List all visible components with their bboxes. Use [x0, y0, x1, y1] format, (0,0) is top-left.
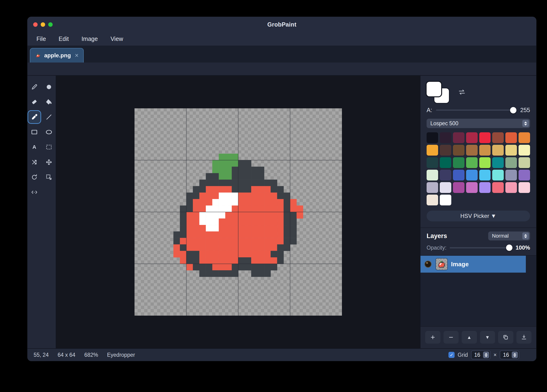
- palette-swatch[interactable]: [466, 182, 478, 193]
- palette-swatch[interactable]: [453, 170, 465, 181]
- palette-swatch[interactable]: [519, 182, 530, 193]
- select-move-tool-button[interactable]: [43, 171, 55, 183]
- palette-swatch[interactable]: [466, 145, 478, 155]
- grid-width-stepper[interactable]: 16: [471, 350, 491, 359]
- pencil-tool-button[interactable]: [28, 81, 41, 93]
- palette-swatch[interactable]: [505, 145, 517, 155]
- palette-swatch[interactable]: [440, 145, 451, 155]
- palette-swatch[interactable]: [453, 182, 465, 193]
- grid-checkbox[interactable]: ✓: [448, 352, 455, 358]
- palette-swatch[interactable]: [492, 182, 504, 193]
- layer-visibility-icon[interactable]: [424, 260, 432, 268]
- primary-color-swatch[interactable]: [427, 82, 441, 96]
- palette-swatch[interactable]: [453, 132, 465, 143]
- palette-swatch[interactable]: [427, 182, 438, 193]
- canvas-area[interactable]: [56, 76, 420, 348]
- move-tool-button[interactable]: [43, 156, 55, 168]
- svg-text:A: A: [33, 144, 36, 150]
- menu-view[interactable]: View: [110, 35, 123, 42]
- palette-swatch[interactable]: [479, 182, 491, 193]
- swap-colors-icon[interactable]: [458, 88, 466, 96]
- palette-swatch[interactable]: [519, 170, 530, 181]
- palette-swatch[interactable]: [519, 145, 530, 155]
- add-layer-button[interactable]: +: [425, 331, 440, 344]
- selection-rect-icon: [45, 143, 53, 151]
- palette-swatch[interactable]: [440, 157, 451, 168]
- palette-swatch[interactable]: [466, 132, 478, 143]
- palette-swatch[interactable]: [479, 157, 491, 168]
- rectangle-icon: [31, 128, 38, 136]
- tab-close-icon[interactable]: ×: [74, 52, 79, 59]
- alpha-slider-knob[interactable]: [510, 107, 516, 113]
- merge-down-button[interactable]: [516, 331, 532, 344]
- grid-height-stepper[interactable]: 16: [500, 350, 519, 359]
- duplicate-layer-button[interactable]: [498, 331, 513, 344]
- palette-select[interactable]: Lospec 500: [427, 119, 530, 128]
- brush-tool-button[interactable]: [43, 81, 55, 93]
- grid-width-stepper-icon[interactable]: [483, 351, 489, 358]
- layer-opacity-slider[interactable]: [450, 247, 512, 248]
- palette-select-stepper-icon[interactable]: [522, 120, 529, 127]
- eyedropper-tool-button[interactable]: [28, 111, 41, 123]
- hsv-picker-button[interactable]: HSV Picker ▼: [427, 210, 530, 221]
- opacity-slider-knob[interactable]: [506, 245, 513, 251]
- eraser-tool-button[interactable]: [28, 96, 41, 108]
- ellipse-tool-button[interactable]: [43, 126, 55, 138]
- palette-swatch[interactable]: [453, 157, 465, 168]
- pixel-canvas[interactable]: [135, 108, 342, 316]
- palette-swatch[interactable]: [466, 170, 478, 181]
- transform-tool-button[interactable]: [28, 156, 41, 168]
- palette-swatch[interactable]: [479, 170, 491, 181]
- fill-tool-button[interactable]: [43, 96, 55, 108]
- palette-swatch[interactable]: [505, 182, 517, 193]
- blend-mode-select[interactable]: Normal: [488, 231, 530, 240]
- palette-swatch[interactable]: [492, 132, 504, 143]
- palette-swatch[interactable]: [505, 170, 517, 181]
- palette-swatch[interactable]: [479, 145, 491, 155]
- remove-layer-button[interactable]: −: [444, 331, 459, 344]
- palette-swatch[interactable]: [427, 195, 438, 205]
- grid-height-value: 16: [503, 352, 510, 358]
- minimize-window-button[interactable]: [41, 22, 45, 27]
- eyedropper-icon: [31, 113, 38, 121]
- palette-swatch[interactable]: [427, 132, 438, 143]
- select-tool-button[interactable]: [43, 141, 55, 153]
- menu-image[interactable]: Image: [81, 35, 98, 42]
- tab-apple-png[interactable]: apple.png ×: [30, 48, 84, 62]
- blend-mode-stepper-icon[interactable]: [522, 232, 529, 239]
- menu-file[interactable]: File: [36, 35, 46, 42]
- palette-swatch[interactable]: [519, 132, 530, 143]
- palette-swatch[interactable]: [453, 145, 465, 155]
- palette-swatch[interactable]: [492, 157, 504, 168]
- menu-edit[interactable]: Edit: [59, 35, 69, 42]
- layer-row-image[interactable]: Image: [420, 256, 526, 273]
- palette-swatch[interactable]: [505, 157, 517, 168]
- palette-swatch[interactable]: [505, 132, 517, 143]
- palette-swatch[interactable]: [440, 195, 451, 205]
- close-window-button[interactable]: [33, 22, 38, 27]
- palette-swatch[interactable]: [440, 170, 451, 181]
- move-layer-up-button[interactable]: ▲: [462, 331, 477, 344]
- zoom-window-button[interactable]: [48, 22, 53, 27]
- palette-swatch[interactable]: [519, 157, 530, 168]
- pan-tool-button[interactable]: [28, 186, 41, 198]
- move-layer-down-button[interactable]: ▼: [480, 331, 495, 344]
- rotate-icon: [31, 173, 38, 181]
- text-tool-button[interactable]: A: [28, 141, 41, 153]
- eraser-icon: [31, 98, 38, 106]
- palette-swatch[interactable]: [492, 145, 504, 155]
- palette-swatch[interactable]: [466, 157, 478, 168]
- palette-swatch[interactable]: [479, 132, 491, 143]
- palette-swatch[interactable]: [492, 170, 504, 181]
- palette-swatch[interactable]: [427, 157, 438, 168]
- palette-swatch[interactable]: [427, 145, 438, 155]
- palette-swatch[interactable]: [427, 170, 438, 181]
- palette-swatch[interactable]: [440, 182, 451, 193]
- window-title: GrobPaint: [27, 21, 536, 28]
- line-tool-button[interactable]: [43, 111, 55, 123]
- alpha-slider[interactable]: [436, 109, 517, 111]
- palette-swatch[interactable]: [440, 132, 451, 143]
- rotate-tool-button[interactable]: [28, 171, 41, 183]
- grid-height-stepper-icon[interactable]: [512, 351, 518, 358]
- rectangle-tool-button[interactable]: [28, 126, 41, 138]
